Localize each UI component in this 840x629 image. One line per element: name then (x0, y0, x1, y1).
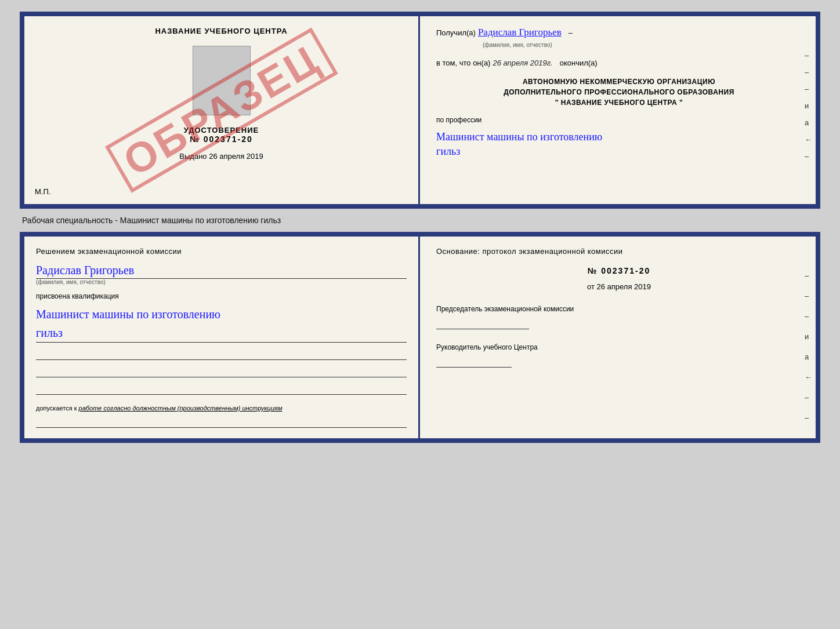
bottom-line-1 (36, 350, 407, 360)
allowed-block: допускается к работе согласно должностны… (36, 404, 407, 413)
specialty-label: Рабочая специальность - Машинист машины … (22, 216, 281, 225)
bottom-cert-right: Основание: протокол экзаменационной коми… (420, 237, 816, 438)
head-label: Руководитель учебного Центра (436, 342, 802, 352)
bottom-date-value: 26 апреля 2019 (597, 282, 651, 291)
bottom-profession: Машинист машины по изготовлению гильз (36, 305, 407, 343)
top-certificate: НАЗВАНИЕ УЧЕБНОГО ЦЕНТРА УДОСТОВЕРЕНИЕ №… (20, 12, 820, 209)
bottom-number: № 002371-20 (436, 266, 802, 275)
org-line2: ДОПОЛНИТЕЛЬНОГО ПРОФЕССИОНАЛЬНОГО ОБРАЗО… (436, 87, 802, 97)
dash-after-name: – (569, 28, 573, 37)
profession-label-top: по профессии (436, 116, 802, 124)
mp-label: М.П. (35, 187, 50, 196)
assigned-label: присвоена квалификация (36, 292, 407, 300)
cert-title: УДОСТОВЕРЕНИЕ (184, 126, 259, 134)
document-wrapper: НАЗВАНИЕ УЧЕБНОГО ЦЕНТРА УДОСТОВЕРЕНИЕ №… (20, 12, 820, 443)
in-that-label: в том, что он(а) (436, 59, 490, 67)
bottom-name-sub: (фамилия, имя, отчество) (36, 279, 407, 285)
chairman-block: Председатель экзаменационной комиссии (436, 304, 802, 329)
allowed-prefix: допускается к (36, 405, 77, 412)
decision-label: Решением экзаменационной комиссии (36, 247, 407, 256)
received-row: Получил(а) Радислав Григорьев – (436, 27, 802, 38)
org-block: АВТОНОМНУЮ НЕКОММЕРЧЕСКУЮ ОРГАНИЗАЦИЮ ДО… (436, 77, 802, 108)
issued-label: Выдано (179, 152, 207, 161)
chairman-label: Председатель экзаменационной комиссии (436, 304, 802, 314)
cert-number: № 002371-20 (184, 134, 259, 144)
school-name-top: НАЗВАНИЕ УЧЕБНОГО ЦЕНТРА (155, 27, 287, 35)
issued-date: 26 апреля 2019 (209, 152, 263, 161)
allowed-italic: работе согласно должностным (производств… (79, 405, 283, 412)
org-name: " НАЗВАНИЕ УЧЕБНОГО ЦЕНТРА " (436, 97, 802, 108)
date-row: в том, что он(а) 26 апреля 2019г. окончи… (436, 59, 802, 67)
bottom-line-2 (36, 367, 407, 377)
bottom-cert-left: Решением экзаменационной комиссии Радисл… (24, 237, 420, 438)
recipient-name: Радислав Григорьев (478, 27, 562, 38)
basis-label: Основание: протокол экзаменационной коми… (436, 247, 802, 256)
org-line1: АВТОНОМНУЮ НЕКОММЕРЧЕСКУЮ ОРГАНИЗАЦИЮ (436, 77, 802, 87)
bottom-certificate: Решением экзаменационной комиссии Радисл… (20, 232, 820, 443)
bottom-date: от 26 апреля 2019 (436, 282, 802, 291)
head-block: Руководитель учебного Центра (436, 342, 802, 368)
photo-placeholder (193, 46, 251, 115)
top-cert-right: Получил(а) Радислав Григорьев – (фамилия… (420, 16, 816, 204)
allowed-line (36, 419, 407, 428)
cert-date: 26 апреля 2019г. (493, 59, 552, 67)
date-prefix: от (587, 282, 595, 291)
cert-title-block: УДОСТОВЕРЕНИЕ № 002371-20 (184, 126, 259, 144)
head-sig-line (436, 355, 512, 368)
bottom-line-3 (36, 384, 407, 395)
name-sub-label: (фамилия, имя, отчество) (436, 42, 802, 48)
profession-handwritten: Машинист машины по изготовлению гильз (436, 130, 802, 159)
finished-label: окончил(а) (560, 59, 598, 67)
top-cert-left: НАЗВАНИЕ УЧЕБНОГО ЦЕНТРА УДОСТОВЕРЕНИЕ №… (24, 16, 420, 204)
received-label: Получил(а) (436, 28, 476, 37)
cert-issued: Выдано 26 апреля 2019 (179, 152, 263, 161)
bottom-recipient-name: Радислав Григорьев (36, 264, 407, 279)
chairman-sig-line (436, 317, 529, 329)
bottom-name-block: Радислав Григорьев (фамилия, имя, отчест… (36, 264, 407, 285)
right-side-dashes-bottom: – – – и а ← – – – (805, 271, 812, 442)
right-side-dashes: – – – и а ← – (805, 51, 812, 161)
